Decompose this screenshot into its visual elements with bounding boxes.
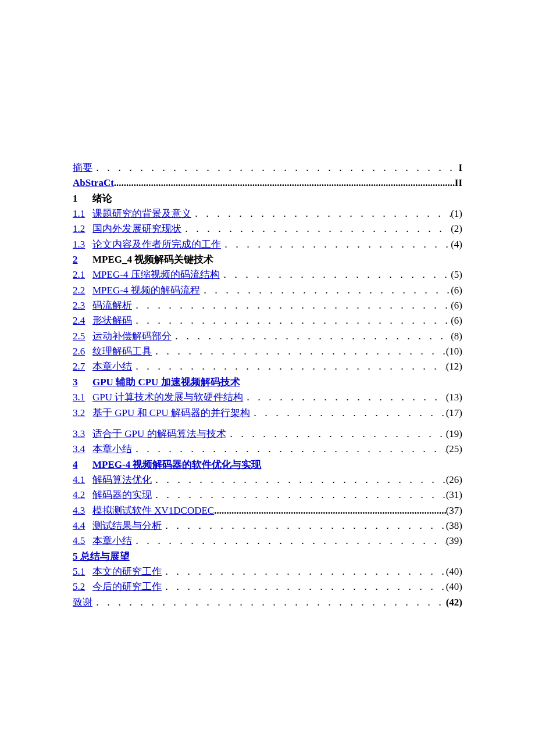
toc-entry-section: 4.5本章小结(39) bbox=[73, 533, 462, 549]
toc-entry-label[interactable]: 形状解码 bbox=[92, 313, 132, 328]
toc-leader-dots bbox=[250, 406, 446, 421]
toc-entry-label[interactable]: 模拟测试软件 XV1DCODEC bbox=[92, 503, 214, 518]
toc-leader-dots bbox=[132, 359, 446, 374]
toc-entry-number[interactable]: 3.4 bbox=[73, 442, 92, 457]
toc-leader-dots bbox=[172, 329, 451, 344]
toc-entry-number[interactable]: 2.7 bbox=[73, 359, 92, 374]
toc-chapter-title: 绪论 bbox=[92, 193, 112, 204]
toc-leader-dots bbox=[114, 175, 455, 191]
toc-entry-number[interactable]: 4.2 bbox=[73, 488, 92, 503]
toc-entry-label[interactable]: 测试结果与分析 bbox=[92, 518, 162, 533]
toc-entry-number[interactable]: 2.5 bbox=[73, 329, 92, 344]
toc-entry-label[interactable]: 本章小结 bbox=[92, 359, 132, 374]
toc-entry-front: 摘要I bbox=[73, 160, 462, 175]
toc-leader-dots bbox=[92, 595, 446, 610]
toc-leader-dots bbox=[132, 533, 446, 549]
toc-leader-dots bbox=[132, 313, 451, 328]
toc-chapter-number[interactable]: 3 bbox=[73, 375, 92, 390]
toc-entry-number[interactable]: 1.3 bbox=[73, 237, 92, 252]
toc-entry-label[interactable]: 基于 GPU 和 CPU 解码器的并行架构 bbox=[92, 406, 250, 421]
toc-entry-number[interactable]: 3.1 bbox=[73, 390, 92, 405]
toc-entry-page: (2) bbox=[451, 221, 462, 237]
toc-entry-section: 4.3模拟测试软件 XV1DCODEC(37) bbox=[73, 503, 462, 518]
toc-entry-page: (8) bbox=[451, 329, 462, 344]
toc-entry-label[interactable]: 课题研究的背景及意义 bbox=[92, 206, 191, 221]
toc-chapter-number[interactable]: 2 bbox=[73, 252, 92, 267]
toc-leader-dots bbox=[200, 283, 451, 298]
toc-entry-number[interactable]: 2.1 bbox=[73, 267, 92, 282]
toc-entry-page: (12) bbox=[446, 359, 462, 374]
toc-entry-section: 2.4形状解码(6) bbox=[73, 313, 462, 328]
toc-entry-section: 2.3码流解析(6) bbox=[73, 298, 462, 313]
toc-entry-section: 3.2基于 GPU 和 CPU 解码器的并行架构(17) bbox=[73, 406, 462, 421]
toc-entry-label[interactable]: 摘要 bbox=[73, 160, 92, 175]
toc-leader-dots bbox=[132, 442, 446, 457]
toc-entry-section: 3.4本章小结(25) bbox=[73, 442, 462, 457]
toc-entry-page: (4) bbox=[451, 237, 462, 252]
toc-entry-label[interactable]: 码流解析 bbox=[92, 298, 132, 313]
toc-entry-label[interactable]: 本文的研究工作 bbox=[92, 564, 162, 579]
toc-entry-label[interactable]: 运动补偿解码部分 bbox=[92, 329, 172, 344]
toc-entry-label[interactable]: AbStraCt bbox=[73, 175, 114, 191]
toc-entry-number[interactable]: 4.5 bbox=[73, 533, 92, 549]
toc-entry-number[interactable]: 3.3 bbox=[73, 427, 92, 442]
toc-entry-label[interactable]: 纹理解码工具 bbox=[92, 344, 152, 359]
toc-entry-label[interactable]: MPEG-4 视频的解码流程 bbox=[92, 283, 200, 298]
toc-leader-dots bbox=[181, 221, 451, 237]
toc-entry-label[interactable]: MPEG-4 压缩视频的码流结构 bbox=[92, 267, 220, 282]
toc-leader-dots bbox=[152, 472, 446, 488]
table-of-contents: 摘要IAbStraCtII1绪论1.1课题研究的背景及意义(1)1.2国内外发展… bbox=[73, 160, 462, 610]
toc-entry-label[interactable]: 致谢 bbox=[73, 595, 92, 610]
toc-entry-front: AbStraCtII bbox=[73, 175, 462, 191]
toc-entry-section: 4.2解码器的实现(31) bbox=[73, 488, 462, 503]
toc-entry-number[interactable]: 2.4 bbox=[73, 313, 92, 328]
toc-entry-page: (40) bbox=[446, 564, 462, 579]
toc-entry-page: (6) bbox=[451, 283, 462, 298]
toc-entry-section: 5.1本文的研究工作(40) bbox=[73, 564, 462, 579]
toc-entry-section: 1.3论文内容及作者所完成的工作(4) bbox=[73, 237, 462, 252]
toc-entry-number[interactable]: 1.1 bbox=[73, 206, 92, 221]
toc-leader-dots bbox=[162, 518, 446, 533]
toc-entry-number[interactable]: 1.2 bbox=[73, 221, 92, 237]
toc-entry-section: 1.2国内外发展研究现状(2) bbox=[73, 221, 462, 237]
toc-entry-number[interactable]: 2.6 bbox=[73, 344, 92, 359]
toc-entry-number[interactable]: 5.1 bbox=[73, 564, 92, 579]
toc-entry-section: 3.3适合于 GPU 的解码算法与技术(19) bbox=[73, 427, 462, 442]
toc-entry-page: II bbox=[455, 175, 462, 191]
toc-chapter-title[interactable]: MPEG-4 视频解码器的软件优化与实现 bbox=[92, 459, 261, 470]
toc-entry-label[interactable]: 解码器的实现 bbox=[92, 488, 152, 503]
toc-entry-number[interactable]: 5.2 bbox=[73, 579, 92, 594]
toc-entry-label[interactable]: 适合于 GPU 的解码算法与技术 bbox=[92, 427, 226, 442]
toc-leader-dots bbox=[220, 267, 451, 282]
toc-entry-number[interactable]: 4.3 bbox=[73, 503, 92, 518]
toc-entry-label[interactable]: 本章小结 bbox=[92, 533, 132, 549]
toc-entry-page: (37) bbox=[446, 503, 462, 518]
toc-entry-label[interactable]: 解码算法优化 bbox=[92, 472, 152, 488]
toc-entry-page: (13) bbox=[446, 390, 462, 405]
toc-entry-section: 5.2今后的研究工作(40) bbox=[73, 579, 462, 594]
toc-chapter-title[interactable]: 5 总结与展望 bbox=[73, 551, 130, 562]
toc-entry-number[interactable]: 2.2 bbox=[73, 283, 92, 298]
toc-entry-label[interactable]: 国内外发展研究现状 bbox=[92, 221, 181, 237]
toc-entry-section: 1.1课题研究的背景及意义(1) bbox=[73, 206, 462, 221]
toc-entry-number[interactable]: 4.1 bbox=[73, 472, 92, 488]
toc-chapter-heading: 5 总结与展望 bbox=[73, 549, 462, 564]
toc-entry-page: (1) bbox=[451, 206, 462, 221]
toc-chapter-heading: 1绪论 bbox=[73, 191, 462, 206]
toc-entry-label[interactable]: 今后的研究工作 bbox=[92, 579, 162, 594]
toc-entry-page: (6) bbox=[451, 298, 462, 313]
toc-entry-label[interactable]: GPU 计算技术的发展与软硬件结构 bbox=[92, 390, 243, 405]
toc-entry-label[interactable]: 本章小结 bbox=[92, 442, 132, 457]
toc-entry-page: (26) bbox=[446, 472, 462, 488]
toc-entry-label[interactable]: 论文内容及作者所完成的工作 bbox=[92, 237, 221, 252]
toc-entry-number[interactable]: 2.3 bbox=[73, 298, 92, 313]
toc-entry-page: (6) bbox=[451, 313, 462, 328]
toc-entry-number[interactable]: 3.2 bbox=[73, 406, 92, 421]
toc-page: 摘要IAbStraCtII1绪论1.1课题研究的背景及意义(1)1.2国内外发展… bbox=[0, 0, 535, 756]
toc-chapter-title[interactable]: GPU 辅助 CPU 加速视频解码技术 bbox=[92, 377, 240, 388]
toc-entry-back: 致谢(42) bbox=[73, 595, 462, 610]
toc-chapter-number[interactable]: 4 bbox=[73, 457, 92, 472]
toc-entry-number[interactable]: 4.4 bbox=[73, 518, 92, 533]
toc-entry-section: 3.1GPU 计算技术的发展与软硬件结构(13) bbox=[73, 390, 462, 405]
toc-entry-page: (40) bbox=[446, 579, 462, 594]
